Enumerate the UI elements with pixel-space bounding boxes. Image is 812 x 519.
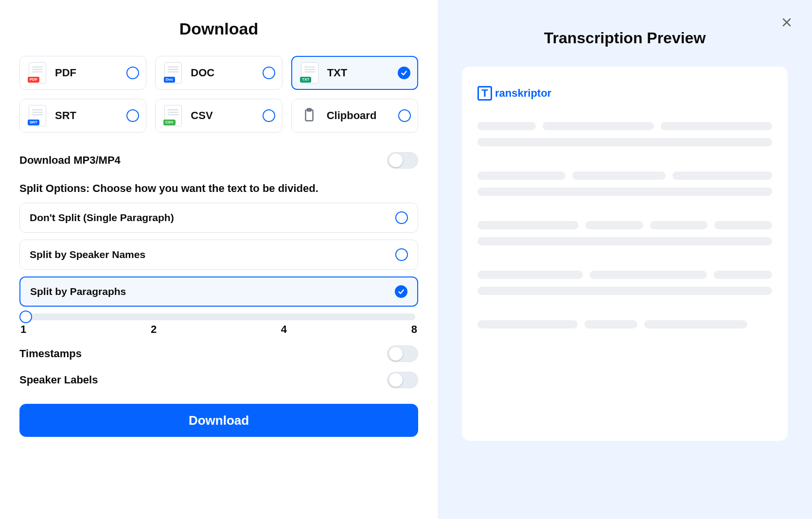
format-option-pdf[interactable]: PDFPDF: [19, 56, 146, 90]
speaker-labels-row: Speaker Labels: [19, 367, 418, 393]
skeleton-line: [477, 188, 772, 196]
skeleton-line: [714, 271, 772, 279]
skeleton-line: [644, 320, 747, 329]
timestamps-label: Timestamps: [19, 347, 82, 360]
preview-card: Transkriptor: [462, 67, 788, 441]
split-radio[interactable]: [395, 248, 408, 261]
skeleton-line: [714, 221, 772, 229]
preview-skeleton-block: [477, 172, 772, 196]
format-label: SRT: [55, 109, 120, 122]
format-label: CSV: [191, 109, 255, 122]
format-option-clipboard[interactable]: Clipboard: [291, 99, 418, 133]
slider-tick: 1: [20, 323, 26, 336]
clipboard-icon: [302, 106, 317, 125]
skeleton-line: [477, 320, 578, 329]
close-icon[interactable]: [779, 15, 794, 30]
slider-tick: 4: [281, 323, 287, 336]
skeleton-line: [477, 271, 583, 279]
paragraph-slider: 1 2 4 8: [19, 313, 418, 336]
file-csv-icon: CSV: [164, 105, 182, 126]
format-option-txt[interactable]: TXTTXT: [291, 56, 418, 90]
split-option-0[interactable]: Don't Split (Single Paragraph): [19, 203, 418, 233]
split-option-label: Don't Split (Single Paragraph): [30, 212, 174, 224]
file-doc-icon: Doc: [164, 62, 182, 84]
skeleton-line: [650, 221, 708, 229]
skeleton-line: [584, 320, 637, 329]
file-txt-icon: TXT: [301, 62, 318, 84]
brand-icon: T: [477, 86, 492, 101]
skeleton-line: [477, 287, 772, 295]
format-radio[interactable]: [126, 67, 139, 79]
format-radio[interactable]: [263, 109, 275, 122]
preview-skeleton-block: [477, 320, 772, 329]
skeleton-line: [672, 172, 772, 180]
format-label: DOC: [191, 67, 255, 79]
format-radio[interactable]: [126, 109, 139, 122]
speaker-labels-label: Speaker Labels: [19, 374, 98, 386]
format-grid: PDFPDFDocDOCTXTTXTSRTSRTCSVCSVClipboard: [19, 56, 418, 133]
skeleton-line: [477, 172, 565, 180]
slider-tick: 2: [151, 323, 157, 336]
format-radio[interactable]: [398, 67, 410, 79]
skeleton-line: [477, 122, 536, 130]
preview-title: Transcription Preview: [462, 29, 788, 47]
download-media-label: Download MP3/MP4: [19, 154, 121, 167]
download-media-toggle[interactable]: [387, 152, 418, 169]
preview-skeleton-block: [477, 122, 772, 146]
skeleton-line: [477, 237, 772, 245]
skeleton-line: [590, 271, 707, 279]
paragraph-slider-thumb[interactable]: [19, 311, 32, 323]
skeleton-line: [572, 172, 666, 180]
split-option-2[interactable]: Split by Paragraphs: [19, 277, 418, 307]
split-radio[interactable]: [395, 211, 408, 224]
brand-text: ranskriptor: [495, 87, 551, 100]
format-option-csv[interactable]: CSVCSV: [155, 99, 282, 133]
skeleton-line: [585, 221, 643, 229]
skeleton-line: [477, 138, 772, 146]
split-radio[interactable]: [395, 285, 407, 298]
format-label: PDF: [55, 67, 120, 79]
brand-logo: Transkriptor: [477, 86, 772, 101]
format-radio[interactable]: [263, 67, 275, 79]
format-label: Clipboard: [327, 109, 391, 122]
format-option-doc[interactable]: DocDOC: [155, 56, 282, 90]
paragraph-slider-track[interactable]: [22, 313, 415, 320]
timestamps-toggle[interactable]: [387, 346, 418, 362]
split-option-label: Split by Speaker Names: [30, 249, 145, 260]
skeleton-line: [543, 122, 654, 130]
split-options-label: Split Options: Choose how you want the t…: [19, 182, 418, 195]
timestamps-row: Timestamps: [19, 341, 418, 367]
format-label: TXT: [327, 67, 391, 79]
skeleton-line: [661, 122, 772, 130]
slider-tick: 8: [411, 323, 417, 336]
format-option-srt[interactable]: SRTSRT: [19, 99, 146, 133]
split-option-label: Split by Paragraphs: [30, 286, 126, 297]
file-pdf-icon: PDF: [29, 62, 46, 84]
preview-skeleton-block: [477, 221, 772, 245]
speaker-labels-toggle[interactable]: [387, 372, 418, 388]
format-radio[interactable]: [398, 109, 411, 122]
download-media-row: Download MP3/MP4: [19, 147, 418, 173]
file-srt-icon: SRT: [29, 105, 46, 126]
download-button[interactable]: Download: [19, 404, 418, 437]
preview-skeleton-block: [477, 271, 772, 295]
page-title: Download: [19, 19, 418, 38]
skeleton-line: [477, 221, 579, 229]
split-option-1[interactable]: Split by Speaker Names: [19, 240, 418, 270]
